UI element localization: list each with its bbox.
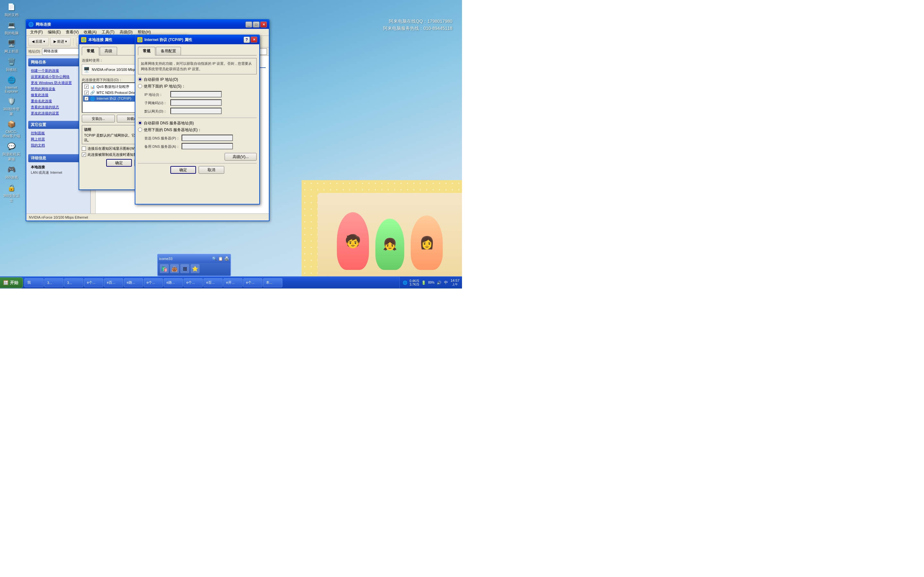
- ndis-checkbox[interactable]: [84, 91, 89, 95]
- icon-network-neighbors[interactable]: 🖥️ 网上邻居: [3, 38, 20, 54]
- advanced-button[interactable]: 高级(V)...: [225, 153, 257, 161]
- recycle-bin-label: 回收站: [6, 67, 17, 72]
- tcpip-tab-backup[interactable]: 备用配置: [156, 47, 181, 55]
- icon-360-soft[interactable]: 🛡️ 360软件管家: [3, 96, 20, 116]
- icon-my-docs[interactable]: 📄 我的文档: [3, 2, 20, 17]
- tcpip-ok-button[interactable]: 确定: [170, 166, 196, 174]
- limit-checkbox[interactable]: [82, 153, 86, 157]
- auto-ip-radio-item[interactable]: 自动获得 IP 地址(O): [138, 77, 257, 82]
- auto-ip-radio[interactable]: [138, 77, 142, 81]
- taskbar-item-6[interactable]: e个...: [144, 278, 163, 287]
- icon-recycle-bin[interactable]: 🗑️ 回收站: [3, 56, 20, 72]
- tab-advanced[interactable]: 高级: [100, 47, 117, 55]
- forward-button[interactable]: ▶ 前进 ▾: [50, 37, 71, 46]
- cartoon-characters: 🧒 👧 👩: [318, 193, 462, 276]
- close-button[interactable]: ✕: [260, 21, 267, 27]
- taskbar-item-11[interactable]: e个...: [243, 278, 262, 287]
- icon-my-computer[interactable]: 💻 我的电脑: [3, 20, 20, 35]
- notify-checkbox[interactable]: [82, 147, 86, 151]
- ip-radio-group: 自动获得 IP 地址(O) 使用下面的 IP 地址(S)：: [138, 77, 257, 89]
- taskbar-item-4-label: e百...: [107, 280, 115, 285]
- taskbar-item-2[interactable]: 3...: [64, 278, 83, 287]
- tray-ime-icon[interactable]: 中: [443, 280, 449, 285]
- icon-cmcc[interactable]: 📦 CMCC-iBox客户端: [3, 119, 20, 139]
- menu-file[interactable]: 文件(F): [27, 29, 45, 35]
- manual-ip-radio-item[interactable]: 使用下面的 IP 地址(S)：: [138, 84, 257, 89]
- tray-network-icon[interactable]: 🌐: [402, 280, 407, 285]
- back-button[interactable]: ◀ 后退 ▾: [28, 37, 49, 46]
- local-conn-icon: 🌐: [81, 37, 86, 42]
- taskbar-item-8-label: e个...: [186, 280, 195, 285]
- taskbar-item-12[interactable]: 本...: [263, 278, 282, 287]
- desktop: STOP 🧒 👧 👩 阿来电脑在线QQ：1798017980 阿来电脑服务热线：…: [0, 0, 462, 288]
- widget-copy-icon[interactable]: 📋: [218, 256, 223, 261]
- network-window-controls: _ □ ✕: [246, 21, 267, 27]
- ndis-label: MTC NDIS Protocol Driver: [97, 91, 138, 95]
- recycle-bin-icon: 🗑️: [6, 56, 17, 67]
- taskbar-item-7-label: e路...: [166, 280, 175, 285]
- tcp-checkbox[interactable]: [84, 97, 89, 101]
- tray-speed-up: 0.4K/S 3.7K/S: [409, 279, 419, 286]
- tcp-icon: 🌐: [90, 97, 95, 101]
- widget-shop-icon[interactable]: 🛍️: [160, 264, 169, 273]
- menu-view[interactable]: 查看(V): [63, 29, 81, 35]
- manual-dns-radio-item[interactable]: 使用下面的 DNS 服务器地址(E)：: [138, 127, 257, 133]
- ip-input: [170, 91, 222, 97]
- install-button[interactable]: 安装(I)...: [82, 115, 115, 122]
- forward-label: 前进: [57, 39, 64, 44]
- widget-print-icon[interactable]: 🖨️: [224, 256, 229, 261]
- icon-360-game[interactable]: 🎮 360游戏: [3, 164, 20, 180]
- primary-dns-row: 首选 DNS 服务器(P)：: [144, 135, 257, 142]
- tab-general[interactable]: 常规: [82, 47, 99, 55]
- widget-grid-icon[interactable]: ⊞: [180, 264, 189, 273]
- taskbar-item-10-label: e开...: [226, 280, 234, 285]
- subnet-row: 子网掩码(U)：: [144, 99, 257, 107]
- tcpip-tab-general[interactable]: 常规: [138, 47, 155, 55]
- ip-fields: IP 地址(I)： 子网掩码(U)： 默认网关(D)：: [138, 91, 257, 115]
- auto-ip-label: 自动获得 IP 地址(O): [144, 77, 178, 82]
- tcpip-help-button[interactable]: ?: [244, 37, 250, 43]
- limit-label: 此连接被限制或无连接时通知我(M): [87, 152, 142, 157]
- start-button[interactable]: 🪟 开始: [0, 277, 23, 288]
- back-icon: ◀: [32, 39, 34, 44]
- manual-dns-radio[interactable]: [138, 127, 142, 132]
- section-divider: [138, 118, 257, 118]
- icon-alipay[interactable]: 💬 阿里旺旺买家版: [3, 141, 20, 161]
- tray-battery-icon[interactable]: 🔋: [421, 280, 426, 285]
- my-computer-label: 我的电脑: [5, 31, 19, 35]
- forward-dropdown-icon: ▾: [65, 39, 67, 44]
- qos-checkbox[interactable]: [84, 85, 89, 89]
- tcpip-dialog: 🌐 Internet 协议 (TCP/IP) 属性 ? ✕ 常规 备用配置 如果…: [135, 35, 260, 205]
- tcpip-dialog-buttons: 确定 取消: [138, 166, 257, 174]
- taskbar-item-8[interactable]: e个...: [184, 278, 203, 287]
- icon-360-guard[interactable]: 🔒 360安全卫士: [3, 182, 20, 203]
- icon-ie[interactable]: 🌐 Internet Explorer: [3, 75, 20, 93]
- tray-sound-icon[interactable]: 🔊: [436, 280, 441, 285]
- taskbar-item-10[interactable]: e开...: [223, 278, 242, 287]
- adapter-icon: 🖥️: [83, 67, 90, 73]
- manual-ip-radio[interactable]: [138, 84, 142, 88]
- taskbar-item-4[interactable]: e百...: [104, 278, 123, 287]
- taskbar-items: 我 3... 3... e个... e百... e路... e个... e路..…: [23, 277, 399, 288]
- tcpip-cancel-button[interactable]: 取消: [199, 166, 224, 174]
- taskbar-item-7[interactable]: e路...: [164, 278, 183, 287]
- taskbar-item-3[interactable]: e个...: [84, 278, 103, 287]
- taskbar: 🪟 开始 我 3... 3... e个... e百... e路...: [0, 276, 462, 288]
- widget-bag-icon[interactable]: 👜: [170, 264, 179, 273]
- taskbar-item-1-label: 3...: [47, 281, 52, 285]
- taskbar-item-0-label: 我: [27, 280, 31, 285]
- widget-star-icon[interactable]: ⭐: [191, 264, 200, 273]
- taskbar-item-1[interactable]: 3...: [44, 278, 63, 287]
- taskbar-item-9[interactable]: e百...: [204, 278, 223, 287]
- taskbar-item-5[interactable]: e路...: [124, 278, 143, 287]
- minimize-button[interactable]: _: [246, 21, 252, 27]
- tcpip-close-button[interactable]: ✕: [250, 37, 257, 43]
- menu-edit[interactable]: 编辑(E): [45, 29, 63, 35]
- tcpip-dialog-controls: ? ✕: [244, 37, 257, 43]
- local-conn-ok-button[interactable]: 确定: [106, 159, 132, 167]
- maximize-button[interactable]: □: [253, 21, 260, 27]
- widget-search-icon[interactable]: 🔍: [212, 256, 217, 261]
- taskbar-item-0[interactable]: 我: [24, 278, 44, 287]
- auto-dns-radio[interactable]: [138, 121, 142, 125]
- auto-dns-radio-item[interactable]: 自动获得 DNS 服务器地址(B): [138, 121, 257, 126]
